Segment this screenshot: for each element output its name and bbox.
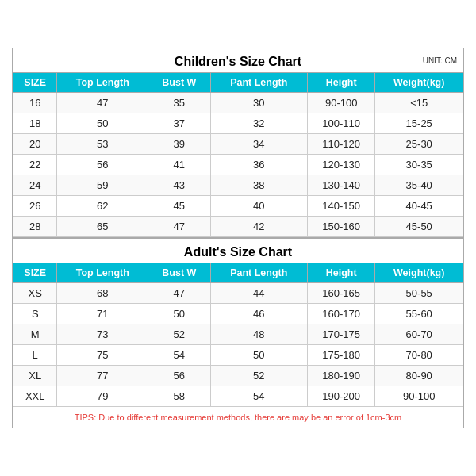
col-weight: Weight(kg)	[375, 263, 463, 283]
table-row: 22564136120-13030-35	[13, 155, 463, 175]
col-size: SIZE	[13, 263, 57, 283]
table-row: 26624540140-15040-45	[13, 196, 463, 217]
col-pant-length: Pant Length	[210, 263, 307, 283]
table-row: L755450175-18070-80	[13, 345, 463, 366]
col-height: Height	[307, 73, 374, 93]
table-row: 20533934110-12025-30	[13, 134, 463, 155]
col-size: SIZE	[13, 73, 57, 93]
table-row: XL775652180-19080-90	[13, 366, 463, 386]
table-row: 1647353090-100<15	[13, 93, 463, 113]
adult-title: Adult's Size Chart	[184, 245, 292, 259]
children-header-row: SIZE Top Length Bust W Pant Length Heigh…	[13, 73, 463, 93]
table-row: 28654742150-16045-50	[13, 217, 463, 237]
col-top-length: Top Length	[57, 263, 148, 283]
table-row: 24594338130-14035-40	[13, 175, 463, 196]
adult-size-table: SIZE Top Length Bust W Pant Length Heigh…	[13, 263, 463, 407]
unit-label: UNIT: CM	[423, 56, 457, 65]
col-pant-length: Pant Length	[210, 73, 307, 93]
table-row: XXL795854190-20090-100	[13, 386, 463, 407]
table-row: XS684744160-16550-55	[13, 283, 463, 304]
table-row: S715046160-17055-60	[13, 304, 463, 324]
children-section-title: Children's Size Chart UNIT: CM	[13, 48, 463, 72]
size-chart-container: Children's Size Chart UNIT: CM SIZE Top …	[12, 48, 464, 428]
col-bust-w: Bust W	[148, 263, 210, 283]
adult-header-row: SIZE Top Length Bust W Pant Length Heigh…	[13, 263, 463, 283]
children-title: Children's Size Chart	[175, 55, 301, 68]
table-row: M735248170-17560-70	[13, 324, 463, 345]
col-top-length: Top Length	[57, 73, 148, 93]
col-weight: Weight(kg)	[375, 73, 463, 93]
adult-section-title: Adult's Size Chart	[13, 237, 463, 263]
col-bust-w: Bust W	[148, 73, 210, 93]
children-size-table: SIZE Top Length Bust W Pant Length Heigh…	[13, 72, 463, 237]
col-height: Height	[307, 263, 374, 283]
table-row: 18503732100-11015-25	[13, 113, 463, 134]
tips-text: TIPS: Due to different measurement metho…	[13, 407, 463, 428]
